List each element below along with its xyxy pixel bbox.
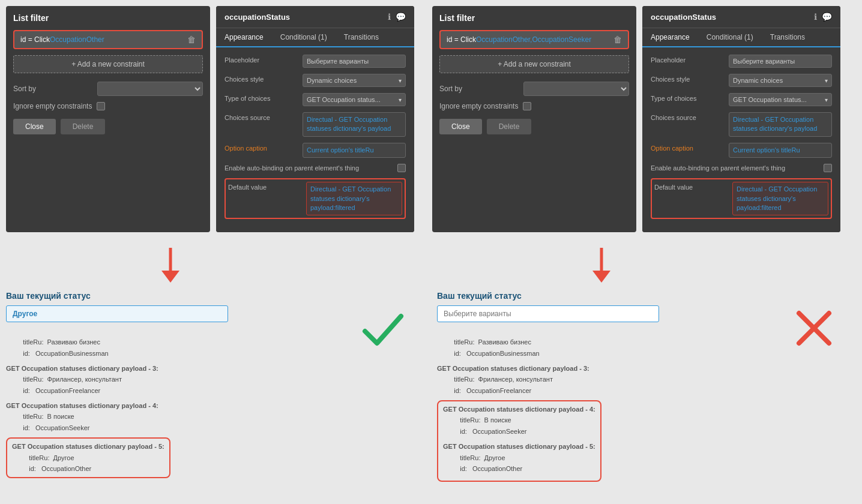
right-close-button[interactable]: Close bbox=[439, 119, 482, 134]
right-item-businessman-id: id: OccupationBusinessman bbox=[437, 348, 766, 359]
right-type-select[interactable]: GET Occupation status... ▾ bbox=[729, 93, 832, 106]
right-item-5: GET Occupation statuses dictionary paylo… bbox=[443, 441, 595, 475]
left-status-label: Ваш текущий статус bbox=[6, 291, 335, 301]
left-choices-style-value: Dynamic choices bbox=[307, 77, 357, 84]
right-info-icon[interactable]: ℹ bbox=[814, 12, 817, 22]
left-constraint-after: OccupationOther bbox=[50, 35, 104, 44]
right-status-input[interactable] bbox=[437, 305, 659, 322]
top-left-panels: List filter id = ClickOccupationOther 🗑 … bbox=[6, 6, 426, 232]
left-status-input[interactable] bbox=[6, 305, 228, 322]
right-occupation-panel: occupationStatus ℹ 💬 Appearance Conditio… bbox=[642, 6, 840, 232]
left-type-select[interactable]: GET Occupation status... ▾ bbox=[303, 93, 406, 106]
right-item-5-titleRu: titleRu: Другое bbox=[443, 452, 595, 464]
left-default-value[interactable]: Directual - GET Occupation statuses dict… bbox=[306, 182, 402, 215]
left-constraint-text: id = ClickOccupationOther bbox=[20, 35, 104, 44]
left-data-list: titleRu: Развиваю бизнес id: OccupationB… bbox=[6, 337, 335, 482]
right-item-4: GET Occupation statuses dictionary paylo… bbox=[443, 404, 595, 437]
right-auto-binding-checkbox[interactable] bbox=[824, 164, 832, 172]
left-item-5-id: id: OccupationOther bbox=[12, 463, 164, 475]
right-tab-conditional[interactable]: Conditional (1) bbox=[698, 28, 762, 47]
right-status-label: Ваш текущий статус bbox=[437, 291, 766, 301]
left-type-label: Type of choices bbox=[225, 93, 303, 102]
left-comment-icon[interactable]: 💬 bbox=[396, 12, 406, 22]
right-item-4-id: id: OccupationSeeker bbox=[443, 426, 595, 437]
right-item-businessman-titleRu: titleRu: Развиваю бизнес bbox=[437, 337, 766, 348]
right-source-row: Choices source Directual - GET Occupatio… bbox=[651, 112, 832, 137]
left-type-row: Type of choices GET Occupation status...… bbox=[225, 93, 406, 106]
left-occ-header: occupationStatus ℹ 💬 bbox=[216, 6, 414, 28]
right-data-list: titleRu: Развиваю бизнес id: OccupationB… bbox=[437, 337, 766, 482]
right-item-3-id: id: OccupationFreelancer bbox=[437, 385, 766, 397]
right-constraint-box: id = ClickOccupationOther,OccupationSeek… bbox=[439, 30, 629, 49]
left-item-4-id: id: OccupationSeeker bbox=[6, 422, 335, 434]
left-tab-transitions[interactable]: Transitions bbox=[336, 28, 387, 47]
left-ignore-checkbox[interactable] bbox=[97, 102, 105, 110]
left-source-value[interactable]: Directual - GET Occupation statuses dict… bbox=[303, 112, 406, 137]
right-default-value[interactable]: Directual - GET Occupation statuses dict… bbox=[732, 182, 828, 215]
right-occ-icons: ℹ 💬 bbox=[814, 12, 832, 22]
right-source-value[interactable]: Directual - GET Occupation statuses dict… bbox=[729, 112, 832, 137]
right-add-constraint-button[interactable]: + Add a new constraint bbox=[439, 55, 629, 73]
left-constraint-box: id = ClickOccupationOther 🗑 bbox=[13, 30, 203, 49]
right-sort-row: Sort by bbox=[439, 82, 629, 96]
right-choices-style-select[interactable]: Dynamic choices ▾ bbox=[729, 74, 832, 87]
main-container: List filter id = ClickOccupationOther 🗑 … bbox=[0, 0, 862, 504]
left-tab-conditional[interactable]: Conditional (1) bbox=[272, 28, 336, 47]
right-sort-select[interactable] bbox=[523, 82, 629, 96]
left-add-constraint-button[interactable]: + Add a new constraint bbox=[13, 55, 203, 73]
right-delete-button[interactable]: Delete bbox=[487, 119, 532, 134]
right-ignore-checkbox[interactable] bbox=[523, 102, 531, 110]
bottom-left-content: Ваш текущий статус titleRu: Развиваю биз… bbox=[6, 244, 335, 482]
right-item-3-titleRu: titleRu: Фрилансер, консультант bbox=[437, 374, 766, 385]
left-sort-label: Sort by bbox=[13, 85, 97, 93]
left-arrow-down bbox=[6, 248, 335, 287]
right-caption-row: Option caption Current option's titleRu bbox=[651, 143, 832, 158]
left-tab-appearance[interactable]: Appearance bbox=[216, 28, 272, 47]
top-right-panels: List filter id = ClickOccupationOther,Oc… bbox=[432, 6, 852, 232]
left-ignore-row: Ignore empty constraints bbox=[13, 102, 203, 110]
right-result-side bbox=[778, 244, 850, 482]
right-comment-icon[interactable]: 💬 bbox=[822, 12, 832, 22]
right-type-label: Type of choices bbox=[651, 93, 729, 102]
left-ignore-label: Ignore empty constraints bbox=[13, 102, 92, 110]
left-item-businessman-titleRu: titleRu: Развиваю бизнес bbox=[6, 337, 335, 348]
left-arrow-area bbox=[6, 248, 335, 287]
left-source-label: Choices source bbox=[225, 112, 303, 121]
right-caption-value[interactable]: Current option's titleRu bbox=[729, 143, 832, 158]
right-trash-icon[interactable]: 🗑 bbox=[613, 35, 622, 44]
right-tab-transitions[interactable]: Transitions bbox=[762, 28, 813, 47]
left-item-businessman-id: id: OccupationBusinessman bbox=[6, 348, 335, 359]
left-sort-select[interactable] bbox=[97, 82, 203, 96]
left-close-button[interactable]: Close bbox=[13, 119, 56, 134]
top-section: List filter id = ClickOccupationOther 🗑 … bbox=[0, 0, 862, 238]
left-list-filter-title: List filter bbox=[13, 13, 203, 23]
left-auto-binding-row: Enable auto-binding on parent element's … bbox=[225, 164, 406, 172]
left-placeholder-row: Placeholder Выберите варианты bbox=[225, 55, 406, 68]
right-ignore-label: Ignore empty constraints bbox=[439, 102, 518, 110]
right-choices-style-label: Choices style bbox=[651, 74, 729, 83]
right-arrow-down bbox=[437, 248, 766, 287]
right-type-value: GET Occupation status... bbox=[733, 96, 807, 103]
left-caption-value[interactable]: Current option's titleRu bbox=[303, 143, 406, 158]
left-item-businessman: titleRu: Развиваю бизнес id: OccupationB… bbox=[6, 337, 335, 359]
right-auto-binding-row: Enable auto-binding on parent element's … bbox=[651, 164, 832, 172]
left-default-label: Default value bbox=[228, 182, 306, 191]
right-buttons-row: Close Delete bbox=[439, 119, 629, 134]
svg-marker-3 bbox=[592, 271, 610, 283]
right-item-businessman: titleRu: Развиваю бизнес id: OccupationB… bbox=[437, 337, 766, 359]
left-auto-binding-checkbox[interactable] bbox=[397, 164, 406, 172]
right-placeholder-label: Placeholder bbox=[651, 55, 729, 64]
right-occ-title: occupationStatus bbox=[651, 13, 716, 22]
right-auto-binding-label: Enable auto-binding on parent element's … bbox=[651, 164, 824, 172]
right-constraint-after: OccupationOther,OccupationSeeker bbox=[476, 35, 591, 44]
right-item-4-header: GET Occupation statuses dictionary paylo… bbox=[443, 404, 595, 415]
left-choices-style-select[interactable]: Dynamic choices ▾ bbox=[303, 74, 406, 87]
left-trash-icon[interactable]: 🗑 bbox=[187, 35, 196, 44]
right-tab-appearance[interactable]: Appearance bbox=[642, 28, 698, 47]
left-delete-button[interactable]: Delete bbox=[61, 119, 106, 134]
left-item-3-id: id: OccupationFreelancer bbox=[6, 385, 335, 397]
left-info-icon[interactable]: ℹ bbox=[388, 12, 391, 22]
bottom-right-area: Ваш текущий статус titleRu: Развиваю биз… bbox=[431, 238, 862, 488]
right-sort-label: Sort by bbox=[439, 85, 523, 93]
right-constraint-text: id = ClickOccupationOther,OccupationSeek… bbox=[447, 35, 591, 44]
